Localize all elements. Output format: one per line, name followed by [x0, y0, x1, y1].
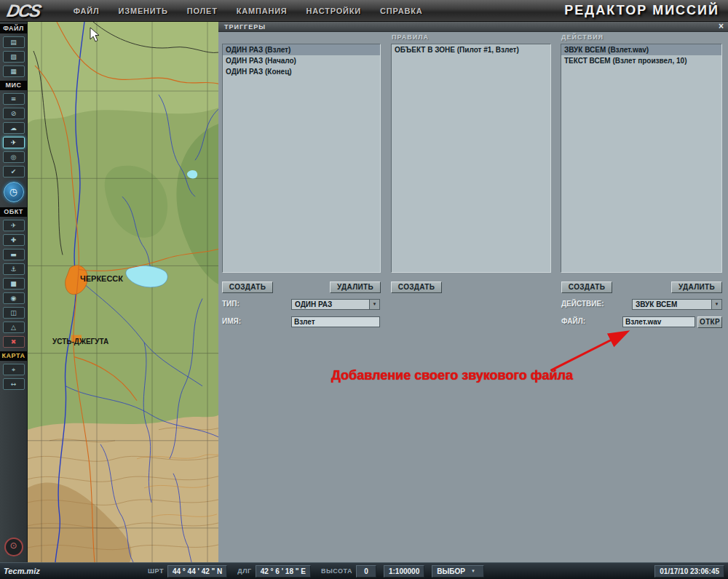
longitude-value: 42 ° 6 ' 18 " E [256, 565, 311, 578]
static-object-icon[interactable]: ■ [3, 278, 25, 290]
latitude-value: 44 ° 44 ' 42 " N [167, 565, 227, 578]
actions-list[interactable]: ЗВУК ВСЕМ (Взлет.wav) ТЕКСТ ВСЕМ (Взлет … [561, 44, 722, 273]
new-mission-icon[interactable]: ▤ [3, 36, 25, 48]
triggers-panel-title: ТРИГГЕРЫ [218, 22, 728, 32]
action-label: ДЕЙСТВИЕ: [561, 300, 604, 308]
triggers-list[interactable]: ОДИН РАЗ (Взлет) ОДИН РАЗ (Начало) ОДИН … [222, 44, 381, 273]
template-group-icon[interactable]: ◫ [3, 307, 25, 319]
map-search-icon[interactable]: ⌖ [3, 364, 25, 375]
mode-selector[interactable]: ВЫБОР ▼ [432, 565, 484, 578]
trigger-type-dropdown[interactable]: ОДИН РАЗ ▼ [291, 299, 380, 310]
action-type-value: ЗВУК ВСЕМ [633, 300, 711, 309]
datetime-display: 01/17/10 23:06:45 [654, 565, 724, 578]
exit-icon[interactable]: ⊙ [4, 538, 23, 556]
check-icon[interactable]: ✔ [3, 166, 25, 177]
list-item[interactable]: ЗВУК ВСЕМ (Взлет.wav) [561, 44, 721, 55]
trigger-zones-icon[interactable]: △ [3, 322, 25, 333]
close-icon[interactable]: × [719, 22, 724, 32]
type-label: ТИП: [222, 300, 240, 308]
list-item[interactable]: ТЕКСТ ВСЕМ (Взлет произвел, 10) [561, 55, 721, 66]
airplane-icon[interactable]: ✈ [3, 220, 25, 231]
ship-icon[interactable]: ⚓ [3, 263, 25, 275]
file-label: ФАЙЛ: [561, 317, 585, 325]
create-action-button[interactable]: СОЗДАТЬ [561, 281, 612, 293]
page-title: РЕДАКТОР МИССИЙ [564, 3, 719, 18]
trigger-name-input[interactable] [291, 316, 380, 327]
menu-file[interactable]: ФАЙЛ [74, 7, 100, 15]
chevron-down-icon: ▼ [471, 566, 475, 577]
airbase-icon[interactable]: ◉ [3, 292, 25, 304]
rules-header: ПРАВИЛА [392, 33, 429, 41]
actions-header: ДЕЙСТВИЯ [561, 33, 604, 41]
longitude-label: ДЛГ [237, 567, 251, 575]
map-label-ust-dzheguta: УСТЬ-ДЖЕГУТА [52, 338, 108, 346]
name-label: ИМЯ: [222, 317, 241, 325]
aircraft-route-icon[interactable]: ✈ [3, 137, 25, 148]
chevron-down-icon[interactable]: ▼ [711, 300, 721, 309]
mission-editor-screen: DCS ФАЙЛ ИЗМЕНИТЬ ПОЛЕТ КАМПАНИЯ НАСТРОЙ… [0, 0, 728, 579]
trigger-type-value: ОДИН РАЗ [292, 300, 369, 309]
sidebar-section-obkt: ОБКТ [0, 207, 27, 217]
action-type-dropdown[interactable]: ЗВУК ВСЕМ ▼ [632, 299, 722, 310]
tool-sidebar: ФАЙЛ ▤ ▧ ▦ МИС ≡ ⊘ ☁ ✈ ◎ ✔ ◷ ОБКТ ✈ ✚ ▬ … [0, 22, 28, 562]
map-measure-icon[interactable]: ↔ [3, 378, 25, 390]
sidebar-section-karta: КАРТА [0, 351, 27, 361]
list-item[interactable]: ОБЪЕКТ В ЗОНЕ (Пилот #1, Взлет) [392, 44, 550, 55]
briefing-icon[interactable]: ≡ [3, 93, 25, 105]
create-rule-button[interactable]: СОЗДАТЬ [391, 281, 442, 293]
open-mission-icon[interactable]: ▧ [3, 51, 25, 63]
open-file-button[interactable]: ОТКР [697, 316, 722, 328]
list-item[interactable]: ОДИН РАЗ (Взлет) [223, 44, 380, 55]
list-item[interactable]: ОДИН РАЗ (Начало) [223, 55, 380, 66]
map-label-cherkessk: ЧЕРКЕССК [80, 274, 123, 283]
chevron-down-icon[interactable]: ▼ [369, 300, 379, 309]
remove-object-icon[interactable]: ✖ [3, 336, 25, 348]
weather-icon[interactable]: ☁ [3, 122, 25, 134]
sidebar-section-mis: МИС [0, 81, 27, 90]
triggers-panel: ТРИГГЕРЫ × ПРАВИЛА ДЕЙСТВИЯ ОДИН РАЗ (Вз… [218, 22, 728, 562]
create-trigger-button[interactable]: СОЗДАТЬ [222, 281, 273, 293]
delete-action-button[interactable]: УДАЛИТЬ [671, 281, 722, 293]
menu-settings[interactable]: НАСТРОЙКИ [306, 7, 361, 15]
main-menu: ФАЙЛ ИЗМЕНИТЬ ПОЛЕТ КАМПАНИЯ НАСТРОЙКИ С… [74, 7, 423, 15]
mission-filename: Тест.miz [4, 567, 113, 575]
status-bar: Тест.miz ШРТ 44 ° 44 ' 42 " N ДЛГ 42 ° 6… [0, 562, 728, 579]
save-mission-icon[interactable]: ▦ [3, 65, 25, 77]
menu-campaign[interactable]: КАМПАНИЯ [237, 7, 288, 15]
menu-flight[interactable]: ПОЛЕТ [187, 7, 218, 15]
annotation-text: Добавление своего звукового файла [331, 368, 573, 383]
list-item[interactable]: ОДИН РАЗ (Конец) [223, 66, 380, 77]
dcs-logo: DCS [5, 1, 42, 21]
mode-value: ВЫБОР [437, 566, 465, 577]
map-canvas[interactable]: ЧЕРКЕССК УСТЬ-ДЖЕГУТА [28, 22, 218, 562]
menu-help[interactable]: СПРАВКА [380, 7, 422, 15]
rules-list[interactable]: ОБЪЕКТ В ЗОНЕ (Пилот #1, Взлет) [391, 44, 551, 273]
delete-trigger-button[interactable]: УДАЛИТЬ [330, 281, 381, 293]
latitude-label: ШРТ [148, 567, 164, 575]
helicopter-icon[interactable]: ✚ [3, 234, 25, 246]
altitude-label: ВЫСОТА [321, 567, 352, 575]
map-scale[interactable]: 1:100000 [384, 565, 424, 578]
restrictions-icon[interactable]: ⊘ [3, 108, 25, 119]
sidebar-section-file: ФАЙЛ [0, 24, 27, 33]
menu-edit[interactable]: ИЗМЕНИТЬ [119, 7, 168, 15]
sound-file-input[interactable] [622, 316, 695, 327]
mission-time-icon[interactable]: ◷ [4, 182, 24, 202]
ground-vehicle-icon[interactable]: ▬ [3, 249, 25, 260]
top-menu-bar: DCS ФАЙЛ ИЗМЕНИТЬ ПОЛЕТ КАМПАНИЯ НАСТРОЙ… [0, 0, 728, 22]
goals-icon[interactable]: ◎ [3, 151, 25, 163]
map-viewport[interactable]: ЧЕРКЕССК УСТЬ-ДЖЕГУТА [28, 22, 218, 562]
altitude-value: 0 [356, 565, 376, 578]
